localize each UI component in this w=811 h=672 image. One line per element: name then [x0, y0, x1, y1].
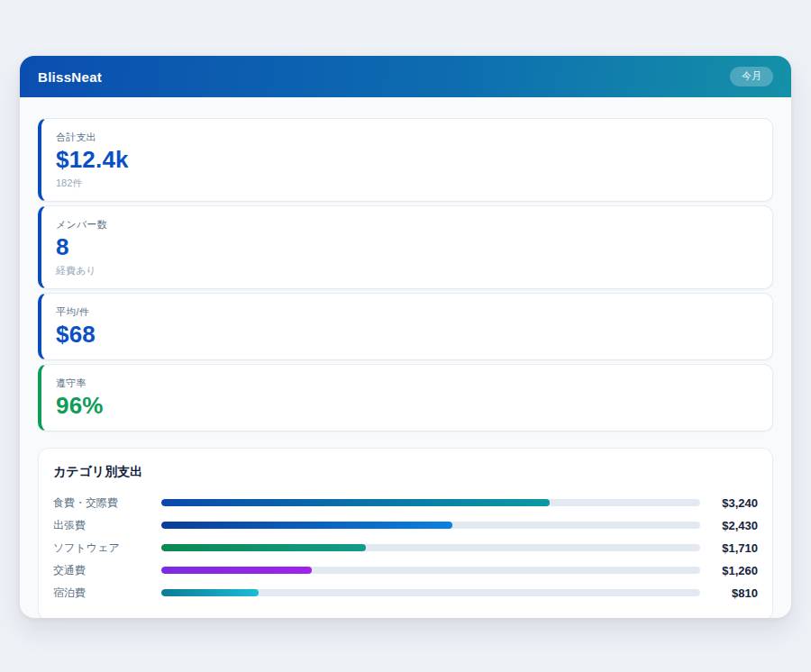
bar-track — [161, 589, 700, 596]
category-row: ソフトウェア $1,710 — [53, 537, 758, 559]
category-label: ソフトウェア — [53, 540, 161, 556]
bar-track — [161, 544, 700, 551]
bar-fill — [161, 544, 366, 551]
stat-card-compliance-rate: 遵守率 96% — [38, 364, 773, 431]
category-amount: $1,710 — [700, 541, 758, 555]
stat-card-member-count: メンバー数 8 経費あり — [38, 205, 773, 289]
stat-card-average-per-item: 平均/件 $68 — [38, 293, 773, 360]
stat-value: 8 — [56, 234, 758, 261]
dashboard-content: 合計支出 $12.4k 182件 メンバー数 8 経費あり 平均/件 $68 遵… — [20, 97, 791, 618]
category-row: 出張費 $2,430 — [53, 514, 758, 537]
category-amount: $1,260 — [700, 564, 758, 577]
category-card-title: カテゴリ別支出 — [53, 464, 758, 480]
category-row: 食費・交際費 $3,240 — [53, 492, 758, 514]
bar-fill — [161, 567, 312, 574]
dashboard-card: BlissNeat 今月 合計支出 $12.4k 182件 メンバー数 8 経費… — [20, 56, 791, 618]
category-spend-card: カテゴリ別支出 食費・交際費 $3,240 出張費 $2,430 ソフトウェア … — [38, 448, 773, 618]
bar-track — [161, 522, 700, 529]
bar-track — [161, 499, 700, 506]
bar-fill — [161, 589, 259, 596]
bar-fill — [161, 499, 550, 506]
category-row: 宿泊費 $810 — [53, 582, 758, 604]
app-header: BlissNeat 今月 — [20, 56, 791, 97]
category-amount: $2,430 — [700, 519, 758, 532]
period-badge[interactable]: 今月 — [730, 67, 773, 86]
bar-track — [161, 567, 700, 574]
category-amount: $3,240 — [700, 496, 758, 510]
stat-sub: 経費あり — [56, 264, 758, 277]
category-label: 宿泊費 — [53, 586, 161, 601]
stat-value: $12.4k — [56, 147, 758, 174]
stat-sub: 182件 — [56, 177, 758, 190]
app-title: BlissNeat — [38, 69, 102, 85]
category-amount: $810 — [700, 586, 758, 600]
stat-label: メンバー数 — [56, 218, 758, 232]
category-label: 食費・交際費 — [53, 495, 161, 511]
stat-label: 遵守率 — [56, 377, 758, 390]
stat-label: 平均/件 — [56, 305, 758, 319]
stat-label: 合計支出 — [56, 131, 758, 144]
bar-fill — [161, 522, 452, 529]
stat-value: $68 — [56, 322, 758, 349]
category-row: 交通費 $1,260 — [53, 559, 758, 582]
stat-card-total-spend: 合計支出 $12.4k 182件 — [38, 118, 773, 202]
category-label: 出張費 — [53, 518, 161, 533]
category-label: 交通費 — [53, 563, 161, 578]
stat-value: 96% — [56, 393, 758, 420]
